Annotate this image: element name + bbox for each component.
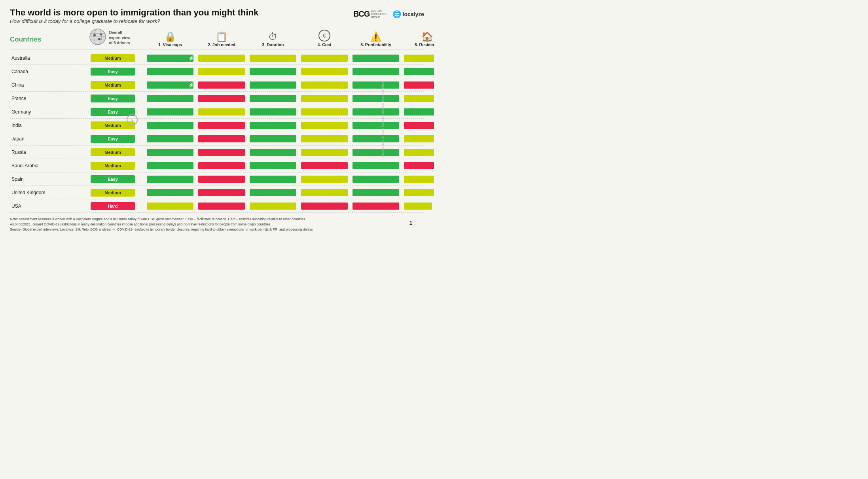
bar: [301, 162, 348, 169]
bar-cell: [144, 122, 196, 129]
col-header-job-needed: 📋 2. Job needed: [196, 31, 247, 47]
bar-cell: [196, 81, 247, 89]
bar-cell: [299, 122, 350, 129]
bar: [250, 176, 296, 183]
bar-cell: [350, 55, 402, 62]
bar-cell: [350, 203, 402, 210]
localyze-logo: 🌐 localyze: [392, 10, 424, 19]
bar-cell: [402, 108, 434, 115]
bar: [353, 108, 399, 115]
bar-cell: [402, 122, 434, 129]
bar: [198, 176, 245, 183]
svg-point-7: [100, 34, 102, 36]
bar-cell: [247, 203, 299, 210]
next-arrow-icon[interactable]: ›: [127, 114, 138, 125]
column-headers: Countries Overall expert view of 6 drive…: [10, 28, 424, 49]
rating-badge: Medium: [91, 189, 135, 197]
bar: [301, 55, 348, 62]
bar: [353, 135, 399, 142]
main-title: The world is more open to immigration th…: [10, 8, 258, 17]
bar: [353, 189, 399, 196]
localyze-globe-icon: 🌐: [392, 10, 401, 19]
bar-cell: [196, 95, 247, 102]
bar-cell: [144, 135, 196, 142]
bar-cell: [196, 162, 247, 169]
table-row: ChinaMedium⚡: [10, 78, 424, 92]
bar-cell: [350, 176, 402, 183]
bar-cell: [144, 162, 196, 169]
bar: [250, 95, 296, 102]
table-row: SpainEasy: [10, 172, 424, 186]
bar-cell: [299, 81, 350, 89]
bar: [147, 55, 193, 62]
bar-cell: [350, 108, 402, 115]
bar-cell: [247, 68, 299, 75]
bar-cell: [247, 189, 299, 196]
country-name: Russia: [10, 150, 89, 155]
rating-badge: Easy: [91, 68, 135, 76]
bar-cell: [247, 108, 299, 115]
bar-cell: [247, 176, 299, 183]
bar-cell: ⚡: [144, 55, 196, 62]
bar: [147, 95, 193, 102]
bar: [301, 149, 348, 156]
bar-cell: [350, 68, 402, 75]
col-label-job: 2. Job needed: [197, 42, 246, 47]
lock-icon: 🔒: [146, 31, 194, 42]
bar-cell: [247, 55, 299, 62]
bar-cell: [247, 95, 299, 102]
bar: [147, 149, 193, 156]
bar-cell: [402, 149, 434, 156]
table-row: Saudi ArabiaMedium: [10, 159, 424, 172]
bar: [198, 81, 245, 89]
rating-badge: Hard: [91, 202, 135, 210]
rating-badge: Easy: [91, 175, 135, 183]
bar-cell: [144, 108, 196, 115]
bar-cell: [350, 149, 402, 156]
footer-notes: Note: Assessment assumes a worker with a…: [10, 217, 424, 232]
bar: [198, 122, 245, 129]
country-name: Japan: [10, 136, 89, 142]
bar-cell: [247, 81, 299, 89]
bar-cell: [299, 189, 350, 196]
bar: [353, 203, 399, 210]
col-label-predict: 5. Predictability: [352, 42, 400, 47]
country-name: Canada: [10, 69, 89, 74]
bar: [198, 189, 245, 196]
bar-cell: [350, 135, 402, 142]
bar: [404, 203, 434, 210]
bar: [147, 122, 193, 129]
bar: [250, 55, 296, 62]
country-name: United Kingdom: [10, 190, 89, 195]
bar-cell: [196, 108, 247, 115]
bar: [250, 81, 296, 89]
bar: [404, 55, 434, 62]
country-name: India: [10, 123, 89, 128]
warning-icon: ⚠️: [352, 31, 400, 42]
rating-badge: Medium: [91, 54, 135, 62]
bar-cell: [144, 176, 196, 183]
bar-cell: [144, 189, 196, 196]
col-label-duration: 3. Duration: [249, 42, 297, 47]
bar-cell: [402, 55, 434, 62]
svg-point-6: [98, 38, 100, 40]
country-name: Spain: [10, 176, 89, 182]
bar: [301, 108, 348, 115]
bar: [301, 176, 348, 183]
bar: [353, 176, 399, 183]
bar: [147, 81, 193, 89]
bar-cell: [144, 149, 196, 156]
svg-point-5: [93, 34, 96, 36]
bar: [301, 203, 348, 210]
nav-arrow-button[interactable]: ›: [127, 114, 138, 125]
bar-cell: [299, 68, 350, 75]
bar-cell: [196, 176, 247, 183]
bcg-full-name: BOSTON CONSULTING GROUP: [371, 9, 387, 19]
table-row: AustraliaMedium⚡: [10, 51, 424, 65]
bar: [404, 68, 434, 75]
table-row: United KingdomMedium: [10, 186, 424, 199]
bar: [353, 122, 399, 129]
rating-badge: Medium: [91, 162, 135, 170]
bar: [147, 189, 193, 196]
bar-cell: [247, 135, 299, 142]
